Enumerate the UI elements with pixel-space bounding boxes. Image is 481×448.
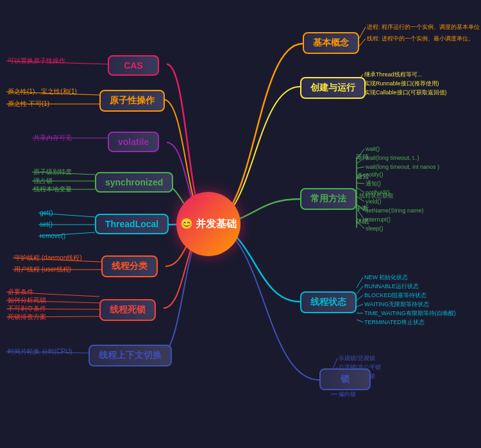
- cas-label: CAS: [124, 60, 143, 71]
- threadlocal-label: ThreadLocal: [105, 219, 158, 229]
- cas-node: CAS: [108, 55, 159, 76]
- common-methods-label: 常用方法: [310, 193, 346, 205]
- context-switch-label: 线程上下文切换: [99, 350, 162, 361]
- synchronized-node: synchronized: [95, 172, 173, 193]
- volatile-label: volatile: [118, 137, 149, 147]
- deadlock-label: 线程死锁: [110, 304, 146, 316]
- create-run-node: 创建与运行: [300, 77, 366, 99]
- lock-node: 锁: [319, 368, 371, 390]
- thread-class-node: 线程分类: [101, 255, 158, 277]
- basic-concept-label: 基本概念: [313, 37, 349, 49]
- thread-state-node: 线程状态: [300, 291, 357, 313]
- center-node: 😊 并发基础: [176, 192, 240, 256]
- synchronized-label: synchronized: [105, 177, 163, 187]
- lock-label: 锁: [341, 374, 350, 385]
- threadlocal-node: ThreadLocal: [95, 214, 169, 234]
- thread-class-label: 线程分类: [112, 261, 148, 272]
- volatile-node: volatile: [108, 132, 159, 152]
- context-switch-node: 线程上下文切换: [89, 345, 172, 366]
- center-label: 😊 并发基础: [180, 218, 237, 231]
- create-run-label: 创建与运行: [310, 82, 355, 94]
- atomic-label: 原子性操作: [110, 95, 155, 107]
- basic-concept-node: 基本概念: [303, 32, 359, 54]
- common-methods-node: 常用方法: [300, 188, 357, 210]
- deadlock-node: 线程死锁: [99, 299, 156, 321]
- thread-state-label: 线程状态: [310, 297, 346, 308]
- atomic-node: 原子性操作: [99, 90, 165, 112]
